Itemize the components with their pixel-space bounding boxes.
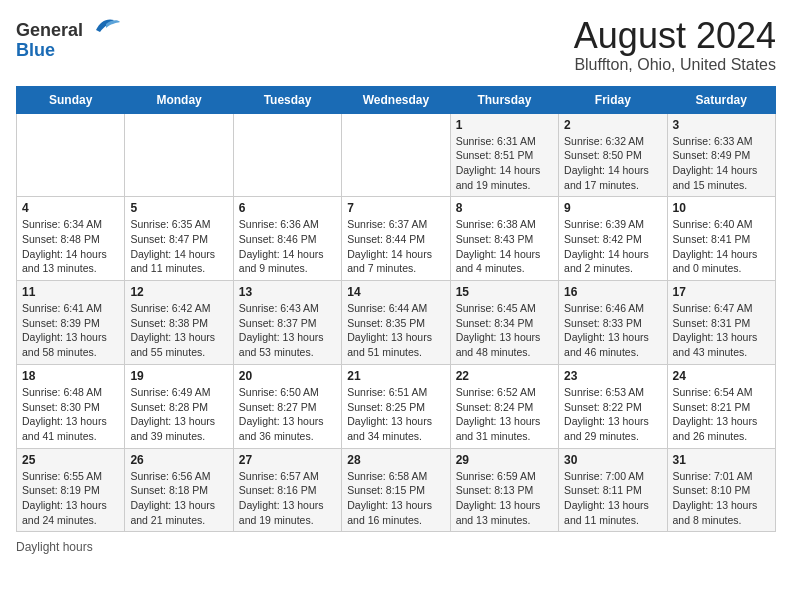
day-info: Sunrise: 6:50 AMSunset: 8:27 PMDaylight:…: [239, 385, 336, 444]
daylight-text: Daylight: 14 hours and 13 minutes.: [22, 248, 107, 275]
calendar-cell: 12Sunrise: 6:42 AMSunset: 8:38 PMDayligh…: [125, 281, 233, 365]
sunrise-text: Sunrise: 6:45 AM: [456, 302, 536, 314]
sunrise-text: Sunrise: 6:48 AM: [22, 386, 102, 398]
calendar-cell: 19Sunrise: 6:49 AMSunset: 8:28 PMDayligh…: [125, 364, 233, 448]
daylight-text: Daylight: 13 hours and 13 minutes.: [456, 499, 541, 526]
sunrise-text: Sunrise: 7:00 AM: [564, 470, 644, 482]
calendar-cell: 31Sunrise: 7:01 AMSunset: 8:10 PMDayligh…: [667, 448, 775, 532]
calendar-cell: 29Sunrise: 6:59 AMSunset: 8:13 PMDayligh…: [450, 448, 558, 532]
calendar-cell: 22Sunrise: 6:52 AMSunset: 8:24 PMDayligh…: [450, 364, 558, 448]
sunrise-text: Sunrise: 6:42 AM: [130, 302, 210, 314]
sunset-text: Sunset: 8:43 PM: [456, 233, 534, 245]
daylight-text: Daylight: 13 hours and 46 minutes.: [564, 331, 649, 358]
day-number: 17: [673, 285, 770, 299]
day-number: 15: [456, 285, 553, 299]
daylight-text: Daylight: 13 hours and 39 minutes.: [130, 415, 215, 442]
calendar-cell: 6Sunrise: 6:36 AMSunset: 8:46 PMDaylight…: [233, 197, 341, 281]
daylight-text: Daylight: 13 hours and 31 minutes.: [456, 415, 541, 442]
daylight-text: Daylight: 13 hours and 34 minutes.: [347, 415, 432, 442]
day-info: Sunrise: 6:47 AMSunset: 8:31 PMDaylight:…: [673, 301, 770, 360]
sunset-text: Sunset: 8:37 PM: [239, 317, 317, 329]
day-number: 6: [239, 201, 336, 215]
daylight-text: Daylight: 13 hours and 43 minutes.: [673, 331, 758, 358]
daylight-text: Daylight: 13 hours and 53 minutes.: [239, 331, 324, 358]
sunset-text: Sunset: 8:35 PM: [347, 317, 425, 329]
weekday-header-row: SundayMondayTuesdayWednesdayThursdayFrid…: [17, 86, 776, 113]
day-number: 18: [22, 369, 119, 383]
day-info: Sunrise: 6:45 AMSunset: 8:34 PMDaylight:…: [456, 301, 553, 360]
daylight-text: Daylight: 13 hours and 58 minutes.: [22, 331, 107, 358]
sunset-text: Sunset: 8:34 PM: [456, 317, 534, 329]
logo: General Blue: [16, 16, 120, 61]
calendar-cell: 15Sunrise: 6:45 AMSunset: 8:34 PMDayligh…: [450, 281, 558, 365]
day-number: 21: [347, 369, 444, 383]
day-number: 3: [673, 118, 770, 132]
daylight-text: Daylight: 13 hours and 55 minutes.: [130, 331, 215, 358]
sunrise-text: Sunrise: 6:43 AM: [239, 302, 319, 314]
daylight-text: Daylight: 13 hours and 29 minutes.: [564, 415, 649, 442]
day-info: Sunrise: 7:00 AMSunset: 8:11 PMDaylight:…: [564, 469, 661, 528]
calendar-cell: 28Sunrise: 6:58 AMSunset: 8:15 PMDayligh…: [342, 448, 450, 532]
day-info: Sunrise: 6:51 AMSunset: 8:25 PMDaylight:…: [347, 385, 444, 444]
calendar-cell: 30Sunrise: 7:00 AMSunset: 8:11 PMDayligh…: [559, 448, 667, 532]
sunset-text: Sunset: 8:10 PM: [673, 484, 751, 496]
sunset-text: Sunset: 8:41 PM: [673, 233, 751, 245]
calendar-subtitle: Bluffton, Ohio, United States: [574, 56, 776, 74]
daylight-text: Daylight: 14 hours and 4 minutes.: [456, 248, 541, 275]
day-info: Sunrise: 6:57 AMSunset: 8:16 PMDaylight:…: [239, 469, 336, 528]
day-number: 19: [130, 369, 227, 383]
sunset-text: Sunset: 8:39 PM: [22, 317, 100, 329]
footer-note: Daylight hours: [16, 540, 776, 554]
day-number: 14: [347, 285, 444, 299]
day-number: 26: [130, 453, 227, 467]
sunrise-text: Sunrise: 6:40 AM: [673, 218, 753, 230]
sunset-text: Sunset: 8:24 PM: [456, 401, 534, 413]
weekday-header-wednesday: Wednesday: [342, 86, 450, 113]
day-info: Sunrise: 6:40 AMSunset: 8:41 PMDaylight:…: [673, 217, 770, 276]
calendar-cell: 26Sunrise: 6:56 AMSunset: 8:18 PMDayligh…: [125, 448, 233, 532]
day-number: 22: [456, 369, 553, 383]
calendar-cell: 17Sunrise: 6:47 AMSunset: 8:31 PMDayligh…: [667, 281, 775, 365]
day-number: 31: [673, 453, 770, 467]
day-number: 16: [564, 285, 661, 299]
day-number: 27: [239, 453, 336, 467]
day-number: 28: [347, 453, 444, 467]
daylight-text: Daylight: 13 hours and 8 minutes.: [673, 499, 758, 526]
daylight-text: Daylight: 13 hours and 51 minutes.: [347, 331, 432, 358]
calendar-cell: 11Sunrise: 6:41 AMSunset: 8:39 PMDayligh…: [17, 281, 125, 365]
calendar-cell: [17, 113, 125, 197]
day-info: Sunrise: 6:48 AMSunset: 8:30 PMDaylight:…: [22, 385, 119, 444]
sunrise-text: Sunrise: 6:53 AM: [564, 386, 644, 398]
day-info: Sunrise: 6:37 AMSunset: 8:44 PMDaylight:…: [347, 217, 444, 276]
sunrise-text: Sunrise: 6:54 AM: [673, 386, 753, 398]
day-info: Sunrise: 6:46 AMSunset: 8:33 PMDaylight:…: [564, 301, 661, 360]
calendar-cell: 24Sunrise: 6:54 AMSunset: 8:21 PMDayligh…: [667, 364, 775, 448]
calendar-cell: 20Sunrise: 6:50 AMSunset: 8:27 PMDayligh…: [233, 364, 341, 448]
day-info: Sunrise: 6:33 AMSunset: 8:49 PMDaylight:…: [673, 134, 770, 193]
sunset-text: Sunset: 8:49 PM: [673, 149, 751, 161]
sunset-text: Sunset: 8:25 PM: [347, 401, 425, 413]
calendar-cell: 2Sunrise: 6:32 AMSunset: 8:50 PMDaylight…: [559, 113, 667, 197]
day-number: 23: [564, 369, 661, 383]
sunrise-text: Sunrise: 6:38 AM: [456, 218, 536, 230]
day-info: Sunrise: 6:36 AMSunset: 8:46 PMDaylight:…: [239, 217, 336, 276]
day-info: Sunrise: 6:49 AMSunset: 8:28 PMDaylight:…: [130, 385, 227, 444]
day-info: Sunrise: 6:55 AMSunset: 8:19 PMDaylight:…: [22, 469, 119, 528]
day-number: 10: [673, 201, 770, 215]
day-info: Sunrise: 6:38 AMSunset: 8:43 PMDaylight:…: [456, 217, 553, 276]
calendar-cell: 7Sunrise: 6:37 AMSunset: 8:44 PMDaylight…: [342, 197, 450, 281]
sunset-text: Sunset: 8:38 PM: [130, 317, 208, 329]
sunrise-text: Sunrise: 6:35 AM: [130, 218, 210, 230]
daylight-text: Daylight: 14 hours and 19 minutes.: [456, 164, 541, 191]
day-info: Sunrise: 6:39 AMSunset: 8:42 PMDaylight:…: [564, 217, 661, 276]
day-number: 5: [130, 201, 227, 215]
daylight-text: Daylight: 13 hours and 24 minutes.: [22, 499, 107, 526]
daylight-text: Daylight: 13 hours and 26 minutes.: [673, 415, 758, 442]
weekday-header-thursday: Thursday: [450, 86, 558, 113]
sunrise-text: Sunrise: 6:58 AM: [347, 470, 427, 482]
calendar-cell: 4Sunrise: 6:34 AMSunset: 8:48 PMDaylight…: [17, 197, 125, 281]
day-number: 11: [22, 285, 119, 299]
calendar-cell: 8Sunrise: 6:38 AMSunset: 8:43 PMDaylight…: [450, 197, 558, 281]
sunrise-text: Sunrise: 6:47 AM: [673, 302, 753, 314]
day-number: 25: [22, 453, 119, 467]
